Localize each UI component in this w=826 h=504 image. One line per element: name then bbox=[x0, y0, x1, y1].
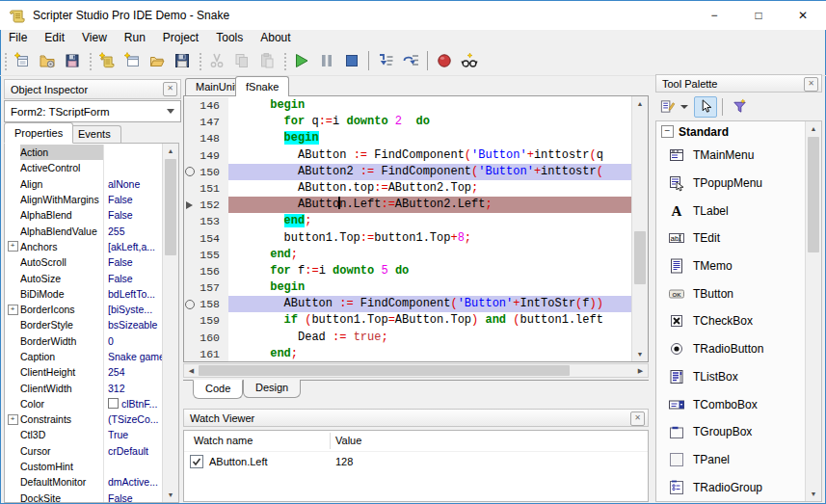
code-line[interactable]: 147 for q:=i downto 2 do bbox=[184, 114, 632, 130]
watches-button[interactable] bbox=[457, 48, 482, 73]
plus-icon[interactable]: + bbox=[8, 414, 18, 425]
menu-project[interactable]: Project bbox=[154, 29, 207, 46]
stop-button[interactable] bbox=[339, 48, 364, 73]
expand-icon[interactable]: + bbox=[5, 305, 20, 315]
plus-icon[interactable]: + bbox=[8, 305, 18, 315]
breakpoint-icon[interactable] bbox=[185, 300, 195, 309]
palette-item-tlabel[interactable]: ATLabel bbox=[656, 197, 821, 225]
project-options-button[interactable] bbox=[35, 48, 60, 73]
scrollbar-thumb[interactable] bbox=[165, 159, 176, 255]
palette-filter-button[interactable] bbox=[728, 96, 751, 118]
expand-icon[interactable]: + bbox=[5, 241, 20, 252]
property-value[interactable]: dmActive... bbox=[104, 476, 163, 488]
menu-view[interactable]: View bbox=[73, 29, 116, 46]
tab-fsnake[interactable]: fSnake bbox=[235, 76, 289, 96]
property-row[interactable]: ColorclBtnF... bbox=[5, 396, 163, 411]
property-row[interactable]: ActiveControl bbox=[5, 160, 163, 175]
code-line[interactable]: 158 AButton := FindComponent('Button'+In… bbox=[184, 296, 632, 312]
object-selector[interactable]: Form2: TScriptForm bbox=[4, 100, 181, 122]
property-value[interactable]: bsSizeable bbox=[104, 319, 163, 331]
tool-palette-close-icon[interactable]: ✕ bbox=[804, 77, 818, 92]
scroll-up-icon[interactable]: ▲ bbox=[806, 121, 821, 136]
property-row[interactable]: AlignalNone bbox=[5, 176, 163, 192]
property-row[interactable]: BiDiModebdLeftTo... bbox=[5, 286, 163, 302]
step-into-button[interactable] bbox=[373, 48, 398, 73]
expand-icon[interactable]: + bbox=[5, 414, 20, 425]
property-row[interactable]: AutoSizeFalse bbox=[5, 270, 163, 285]
palette-item-tcombobox[interactable]: TComboBox bbox=[656, 390, 821, 418]
palette-pointer-button[interactable] bbox=[694, 96, 717, 118]
code-editor[interactable]: 146 begin147 for q:=i downto 2 do148 beg… bbox=[183, 95, 649, 362]
menu-tools[interactable]: Tools bbox=[207, 29, 252, 46]
pause-button[interactable] bbox=[314, 48, 339, 73]
palette-item-tedit[interactable]: abTEdit bbox=[656, 225, 821, 252]
property-row[interactable]: ClientHeight254 bbox=[5, 364, 163, 380]
property-row[interactable]: BorderWidth0 bbox=[5, 333, 163, 349]
property-value[interactable]: False bbox=[104, 209, 163, 221]
property-value[interactable]: Snake game bbox=[104, 351, 163, 362]
property-row[interactable]: AlignWithMarginsFalse bbox=[5, 192, 163, 207]
palette-item-tlistbox[interactable]: TListBox bbox=[656, 363, 821, 391]
property-value[interactable]: crDefault bbox=[104, 445, 163, 457]
code-line[interactable]: 148 begin bbox=[184, 130, 632, 146]
palette-item-tmemo[interactable]: TMemo bbox=[656, 252, 821, 280]
column-divider[interactable] bbox=[330, 433, 331, 449]
property-value[interactable]: clBtnF... bbox=[104, 398, 163, 410]
collapse-icon[interactable]: − bbox=[661, 125, 674, 138]
menu-about[interactable]: About bbox=[252, 29, 299, 46]
scroll-down-icon[interactable]: ▼ bbox=[806, 487, 821, 501]
code-horizontal-scrollbar[interactable]: ◀ ▶ bbox=[183, 363, 649, 378]
property-row[interactable]: AutoScrollFalse bbox=[5, 254, 163, 270]
property-row[interactable]: Action bbox=[5, 145, 163, 160]
palette-item-tcheckbox[interactable]: TCheckBox bbox=[656, 307, 821, 335]
property-row[interactable]: CustomHint bbox=[5, 459, 163, 474]
close-button[interactable]: ✕ bbox=[781, 2, 825, 29]
menu-run[interactable]: Run bbox=[116, 29, 154, 46]
property-row[interactable]: Ctl3DTrue bbox=[5, 427, 163, 442]
property-grid-scrollbar[interactable]: ▲ ▼ bbox=[162, 144, 178, 502]
property-value[interactable]: 254 bbox=[104, 366, 163, 378]
watch-name-column-header[interactable]: Watch name bbox=[194, 435, 253, 446]
scroll-left-icon[interactable]: ◀ bbox=[184, 364, 199, 377]
new-unit-button[interactable] bbox=[120, 48, 145, 73]
palette-categories-button[interactable] bbox=[655, 96, 679, 118]
code-line[interactable]: 157 begin bbox=[184, 279, 632, 296]
scrollbar-thumb[interactable] bbox=[808, 137, 819, 252]
property-row[interactable]: +BorderIcons[biSyste... bbox=[5, 302, 163, 317]
property-value[interactable]: [biSyste... bbox=[104, 304, 163, 315]
scrollbar-thumb[interactable] bbox=[634, 231, 646, 284]
code-line[interactable]: 153 end; bbox=[184, 213, 632, 229]
watch-row[interactable]: AButton.Left128 bbox=[184, 452, 648, 470]
property-row[interactable]: CursorcrDefault bbox=[5, 443, 163, 459]
tab-design[interactable]: Design bbox=[243, 380, 301, 398]
palette-item-tpanel[interactable]: TPanel bbox=[656, 446, 821, 474]
code-line[interactable]: 159 if (button1.Top=AButton.Top) and (bu… bbox=[184, 312, 632, 329]
property-value[interactable]: (TSizeCo... bbox=[104, 413, 163, 425]
tab-code[interactable]: Code bbox=[193, 380, 243, 399]
scroll-up-icon[interactable]: ▲ bbox=[632, 96, 648, 111]
scrollbar-thumb[interactable] bbox=[199, 365, 570, 376]
tab-events[interactable]: Events bbox=[67, 125, 121, 143]
property-row[interactable]: BorderStylebsSizeable bbox=[5, 317, 163, 332]
code-line[interactable]: 155 end; bbox=[184, 247, 632, 263]
breakpoint-icon[interactable] bbox=[185, 167, 195, 176]
toggle-breakpoint-button[interactable] bbox=[432, 48, 457, 73]
scroll-down-icon[interactable]: ▼ bbox=[163, 488, 178, 502]
property-value[interactable]: 0 bbox=[104, 335, 163, 347]
watch-checkbox[interactable] bbox=[190, 455, 203, 468]
palette-item-tmainmenu[interactable]: TMainMenu bbox=[656, 142, 821, 170]
code-line[interactable]: 152 AButton.Left:=AButton2.Left; bbox=[184, 197, 632, 213]
save-button[interactable] bbox=[170, 48, 195, 73]
property-row[interactable]: +Constraints(TSizeCo... bbox=[5, 411, 163, 427]
property-row[interactable]: +Anchors[akLeft,a... bbox=[5, 239, 163, 254]
property-value[interactable]: 255 bbox=[104, 225, 163, 237]
code-line[interactable]: 146 begin bbox=[184, 97, 632, 114]
tab-properties[interactable]: Properties bbox=[4, 122, 73, 144]
property-row[interactable]: CaptionSnake game bbox=[5, 349, 163, 364]
plus-icon[interactable]: + bbox=[8, 241, 18, 252]
open-button[interactable] bbox=[145, 48, 170, 73]
scroll-up-icon[interactable]: ▲ bbox=[163, 144, 178, 158]
save-project-button[interactable] bbox=[60, 48, 85, 73]
menu-edit[interactable]: Edit bbox=[36, 29, 73, 46]
minimize-button[interactable]: − bbox=[692, 2, 736, 29]
